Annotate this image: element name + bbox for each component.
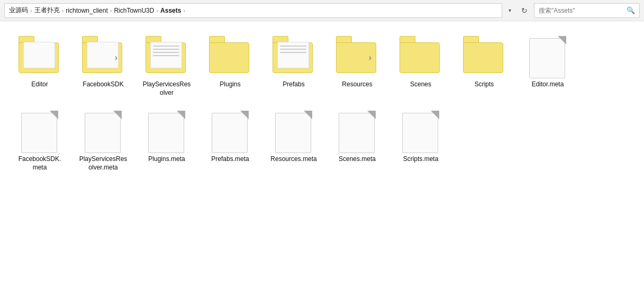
file-item-scriptsmeta[interactable]: Scripts.meta	[392, 106, 450, 176]
breadcrumb-item-0[interactable]: 业源码	[9, 6, 28, 15]
breadcrumb-item-4[interactable]: Assets	[160, 7, 181, 14]
folder-item-plugins[interactable]: Plugins	[201, 32, 259, 101]
folder-icon-resources: ›	[336, 36, 378, 78]
file-label-pluginsmeta: Plugins.meta	[148, 155, 185, 164]
breadcrumb-sep-2: ›	[110, 7, 112, 14]
file-label-playservicesresolvermeta: PlayServicesResolver.meta	[79, 155, 128, 172]
file-icon-prefabsmeta	[209, 111, 251, 153]
folder-label-scripts: Scripts	[475, 81, 494, 89]
file-label-facebooksdkmeta: FacebookSDK.meta	[19, 155, 61, 172]
breadcrumb-sep-1: ›	[62, 7, 64, 14]
file-label-prefabsmeta: Prefabs.meta	[211, 155, 249, 164]
folder-item-editor[interactable]: Editor	[11, 32, 69, 101]
file-item-prefabsmeta[interactable]: Prefabs.meta	[201, 106, 259, 176]
main-content: Editor › FacebookSDK	[0, 21, 644, 304]
file-label-scriptsmeta: Scripts.meta	[403, 155, 439, 164]
file-grid: Editor › FacebookSDK	[11, 32, 633, 176]
file-icon-editormeta	[527, 36, 569, 78]
breadcrumb-area[interactable]: 业源码 › 王者扑克 › richtown_client › RichTownU…	[4, 3, 502, 18]
folder-item-prefabs[interactable]: Prefabs	[265, 32, 323, 101]
search-box[interactable]: 🔍	[534, 3, 640, 18]
search-input[interactable]	[539, 7, 623, 14]
folder-item-facebooksdk[interactable]: › FacebookSDK	[74, 32, 132, 101]
breadcrumb-sep-0: ›	[30, 7, 32, 14]
folder-icon-scripts	[463, 36, 505, 78]
breadcrumb-item-1[interactable]: 王者扑克	[34, 6, 60, 15]
file-icon-resourcesmeta	[273, 111, 315, 153]
file-item-scenesmeta[interactable]: Scenes.meta	[328, 106, 386, 176]
folder-label-playservicesresolver: PlayServicesResolver	[143, 81, 191, 97]
chevron-icon-resources: ›	[369, 53, 371, 62]
file-label-scenesmeta: Scenes.meta	[339, 155, 376, 164]
search-icon[interactable]: 🔍	[627, 6, 635, 14]
file-item-editormeta[interactable]: Editor.meta	[519, 32, 577, 101]
chevron-icon: ›	[115, 53, 117, 62]
file-icon-facebooksdkmeta	[19, 111, 61, 153]
folder-item-playservicesresolver[interactable]: PlayServicesResolver	[138, 32, 196, 101]
folder-icon-plugins	[209, 36, 251, 78]
breadcrumb-sep-4: ›	[183, 7, 185, 14]
folder-label-resources: Resources	[342, 81, 372, 89]
file-label-editormeta: Editor.meta	[532, 81, 564, 89]
folder-label-plugins: Plugins	[220, 81, 240, 89]
folder-label-scenes: Scenes	[410, 81, 431, 89]
file-icon-pluginsmeta	[146, 111, 188, 153]
file-icon-scenesmeta	[336, 111, 378, 153]
dropdown-button[interactable]: ▾	[504, 3, 515, 18]
folder-label-editor: Editor	[31, 81, 48, 89]
folder-label-prefabs: Prefabs	[283, 81, 304, 89]
refresh-button[interactable]: ↻	[517, 3, 532, 18]
breadcrumb-item-3[interactable]: RichTownU3D	[114, 7, 154, 14]
folder-icon-scenes	[400, 36, 442, 78]
file-label-resourcesmeta: Resources.meta	[270, 155, 316, 164]
folder-icon-prefabs	[273, 36, 315, 78]
file-item-facebooksdkmeta[interactable]: FacebookSDK.meta	[11, 106, 69, 176]
address-bar: 业源码 › 王者扑克 › richtown_client › RichTownU…	[0, 0, 644, 21]
file-icon-scriptsmeta	[400, 111, 442, 153]
folder-icon-facebooksdk: ›	[82, 36, 124, 78]
folder-icon-editor	[19, 36, 61, 78]
folder-label-facebooksdk: FacebookSDK	[83, 81, 123, 89]
file-icon-playservicesresolvermeta	[82, 111, 124, 153]
breadcrumb-item-2[interactable]: richtown_client	[66, 7, 107, 14]
folder-item-scripts[interactable]: Scripts	[455, 32, 513, 101]
file-item-pluginsmeta[interactable]: Plugins.meta	[138, 106, 196, 176]
file-item-resourcesmeta[interactable]: Resources.meta	[265, 106, 323, 176]
folder-item-scenes[interactable]: Scenes	[392, 32, 450, 101]
folder-item-resources[interactable]: › Resources	[328, 32, 386, 101]
file-item-playservicesresolvermeta[interactable]: PlayServicesResolver.meta	[74, 106, 132, 176]
folder-icon-playservicesresolver	[146, 36, 188, 78]
breadcrumb-sep-3: ›	[156, 7, 158, 14]
